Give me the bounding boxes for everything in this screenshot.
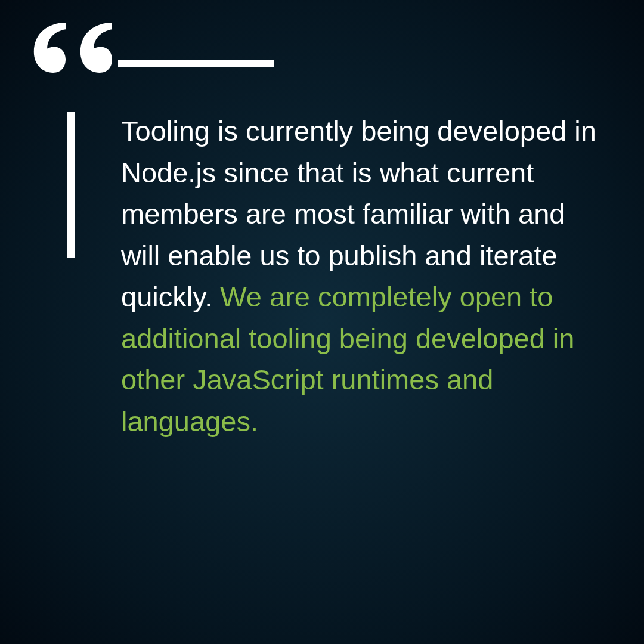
quote-card: Tooling is currently being developed in … [0, 0, 644, 644]
horizontal-divider [118, 60, 274, 67]
quote-icon [24, 21, 112, 75]
vertical-divider [67, 112, 75, 258]
quote-text: Tooling is currently being developed in … [121, 110, 602, 442]
